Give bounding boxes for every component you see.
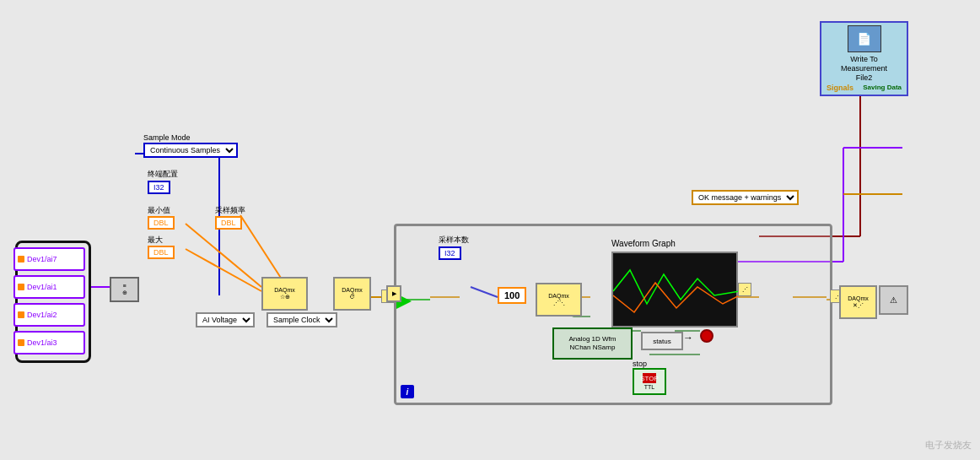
max-val-container: 最大 DBL: [148, 235, 163, 246]
min-val-type: DBL: [153, 219, 169, 227]
min-val-container: 最小值 DBL: [148, 205, 170, 216]
write-block-ports: Signals Saving Data: [824, 84, 904, 92]
terminal-config-type: I32: [153, 183, 164, 192]
channel-label-0: Dev1/ai7: [27, 255, 57, 263]
channel-item-3[interactable]: Dev1/ai3: [13, 331, 85, 354]
ai-voltage-dropdown[interactable]: AI Voltage: [196, 312, 255, 327]
sample-clock-select[interactable]: Sample Clock: [267, 312, 337, 327]
channel-list-block: Dev1/ai7 Dev1/ai1 Dev1/ai2 Dev1/ai3: [15, 241, 91, 363]
daqmx-terminal-1-label: ≡⊕: [122, 283, 127, 295]
stop-icon: STOP: [643, 373, 656, 383]
daqmx-clear-task[interactable]: DAQmx✕⋰: [839, 285, 877, 319]
count-value: 100: [504, 290, 520, 300]
channel-label-1: Dev1/ai1: [27, 283, 57, 291]
ok-message-dropdown[interactable]: OK message + warnings: [692, 190, 799, 205]
terminal-config-container: 终端配置 I32: [148, 169, 178, 180]
daqmx-terminal-1: ≡⊕: [110, 277, 139, 302]
waveform-graph-label: Waveform Graph: [611, 239, 676, 248]
sample-rate-label: 采样频率: [215, 205, 245, 216]
channel-pin-0: [18, 256, 24, 262]
sample-mode-label: Sample Mode: [143, 133, 191, 142]
ai-voltage-select[interactable]: AI Voltage: [196, 312, 255, 327]
sample-count-type: I32: [444, 249, 455, 257]
stop-button[interactable]: STOP TTL: [633, 368, 666, 395]
stop-label: stop: [633, 360, 647, 368]
sample-count-container: 采样本数 I32: [439, 235, 469, 246]
status-label: status: [653, 338, 670, 345]
channel-pin-1: [18, 284, 24, 290]
channel-label-3: Dev1/ai3: [27, 338, 57, 347]
waveform-graph-display[interactable]: ⋰: [611, 252, 738, 327]
write-block-title: Write To Measurement File2: [841, 55, 887, 82]
clear-task-label: DAQmx✕⋰: [848, 295, 869, 310]
i-badge: i: [401, 385, 414, 398]
error-cluster: ⚠: [879, 285, 908, 315]
sample-count-label: 采样本数: [439, 235, 469, 246]
channel-item-1[interactable]: Dev1/ai1: [13, 275, 85, 299]
error-icon: ⚠: [890, 295, 897, 305]
ok-message-select[interactable]: OK message + warnings: [692, 190, 799, 205]
signals-port-label: Signals: [827, 84, 853, 92]
channel-item-0[interactable]: Dev1/ai7: [13, 247, 85, 271]
terminal-config-label: 终端配置: [148, 169, 178, 180]
channel-item-2[interactable]: Dev1/ai2: [13, 303, 85, 327]
write-to-measurement-block[interactable]: 📄 Write To Measurement File2 Signals Sav…: [820, 21, 908, 96]
channel-label-2: Dev1/ai2: [27, 311, 57, 319]
red-dot-indicator: [700, 329, 713, 343]
sample-mode-dropdown[interactable]: Sample Mode Continuous Samples: [143, 133, 238, 158]
sample-clock-dropdown[interactable]: Sample Clock: [267, 312, 337, 327]
stop-button-container: stop STOP TTL: [633, 360, 647, 368]
min-val-box: DBL: [148, 216, 175, 230]
waveform-port-icon: ⋰: [738, 283, 751, 296]
block-diagram: 📄 Write To Measurement File2 Signals Sav…: [0, 0, 980, 460]
daqmx-create-label: DAQmx☆⊕: [274, 287, 295, 301]
write-block-icon: 📄: [848, 25, 881, 52]
daqmx-read-block[interactable]: DAQmx⋰⋱: [536, 283, 582, 317]
analog-wfm-label: Analog 1D Wfm NChan NSamp: [568, 335, 616, 351]
waveform-graph-container: Waveform Graph ⋰: [611, 252, 738, 332]
svg-line-3: [186, 249, 261, 291]
watermark: 电子发烧友: [925, 439, 972, 452]
stop-ttl-label: TTL: [644, 384, 654, 390]
min-val-label: 最小值: [148, 205, 170, 216]
sample-rate-container: 采样频率 DBL: [215, 205, 245, 216]
channel-pin-3: [18, 339, 24, 346]
sample-mode-select[interactable]: Continuous Samples: [143, 143, 238, 158]
analog-wfm-block[interactable]: Analog 1D Wfm NChan NSamp: [552, 327, 633, 360]
sample-count-box: I32: [439, 246, 461, 260]
stop-icon-text: STOP: [640, 375, 659, 382]
status-indicator: status: [641, 332, 683, 350]
daqmx-create-channel[interactable]: DAQmx☆⊕: [261, 277, 308, 311]
count-value-box: 100: [498, 287, 526, 304]
while-loop-frame: 采样本数 I32 100 DAQmx⋰⋱ Waveform Graph: [394, 224, 832, 405]
saving-data-port-label: Saving Data: [863, 84, 902, 92]
daqmx-read-label: DAQmx⋰⋱: [548, 293, 569, 307]
daqmx-timing-label: DAQmx⏱: [342, 287, 363, 301]
svg-line-2: [186, 224, 261, 287]
max-val-box: DBL: [148, 246, 175, 259]
max-val-label: 最大: [148, 235, 163, 246]
waveform-svg: [613, 253, 740, 329]
channel-pin-2: [18, 311, 24, 318]
daqmx-start-task[interactable]: ▶: [386, 285, 401, 302]
start-task-icon: ▶: [392, 290, 396, 297]
daqmx-timing-block[interactable]: DAQmx⏱: [333, 277, 371, 311]
max-val-type: DBL: [153, 248, 169, 257]
junction-arrow: →: [683, 332, 693, 344]
sample-rate-type: DBL: [221, 219, 236, 227]
sample-rate-box: DBL: [215, 216, 242, 230]
terminal-config-box: I32: [148, 181, 170, 194]
